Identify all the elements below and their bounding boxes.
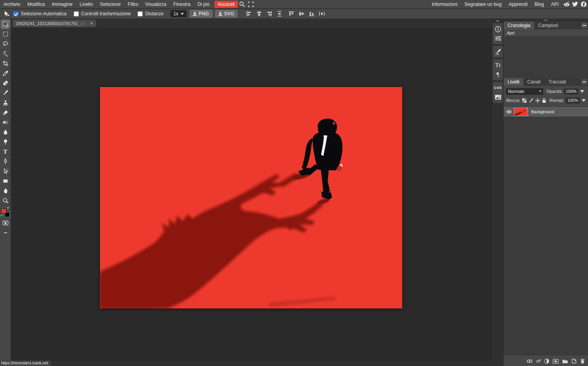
collapse-panel-button[interactable] bbox=[581, 79, 587, 85]
opacity-slider-icon[interactable] bbox=[580, 90, 584, 93]
layer-effects-button[interactable]: eff bbox=[536, 359, 541, 363]
tool-dodge[interactable] bbox=[1, 137, 10, 147]
tool-quick-mask[interactable] bbox=[1, 218, 10, 228]
menu-filtro[interactable]: Filtro bbox=[124, 0, 142, 9]
mini-default-background-swatch[interactable] bbox=[8, 208, 10, 210]
checkbox-distanze[interactable]: Distanze bbox=[138, 11, 163, 16]
reddit-icon[interactable] bbox=[562, 0, 571, 9]
align-top-icon[interactable] bbox=[288, 11, 294, 17]
paragraph-panel-icon[interactable]: ¶ bbox=[493, 70, 503, 79]
collapse-strip-icon[interactable]: ◂▸ bbox=[496, 19, 499, 22]
search-icon[interactable] bbox=[238, 0, 247, 9]
menu-api[interactable]: API bbox=[548, 0, 562, 9]
history-entry[interactable]: Apri bbox=[504, 29, 588, 37]
menu-di-piu[interactable]: Di più bbox=[194, 0, 213, 9]
tab-livelli[interactable]: Livelli bbox=[504, 78, 523, 86]
tool-move[interactable] bbox=[1, 20, 10, 29]
tool-brush[interactable] bbox=[1, 88, 10, 98]
menu-livello[interactable]: Livello bbox=[76, 0, 96, 9]
menu-visualizza[interactable]: Visualizza bbox=[142, 0, 170, 9]
tool-lasso[interactable] bbox=[1, 39, 10, 49]
lock-all-icon[interactable] bbox=[541, 98, 547, 103]
layer-thumbnail[interactable] bbox=[514, 108, 528, 116]
menu-blog[interactable]: Blog bbox=[531, 0, 548, 9]
new-layer-icon[interactable] bbox=[572, 359, 577, 364]
link-layers-icon[interactable] bbox=[526, 359, 533, 363]
tool-eraser[interactable] bbox=[1, 108, 10, 117]
menu-segnalare-bug[interactable]: Segnalare un bug bbox=[461, 0, 505, 9]
close-tab-icon[interactable]: × bbox=[90, 21, 93, 26]
tool-clone-stamp[interactable] bbox=[1, 98, 10, 107]
export-png-button[interactable]: PNG bbox=[190, 10, 212, 18]
tool-healing-brush[interactable] bbox=[1, 78, 10, 88]
align-bottom-icon[interactable] bbox=[309, 11, 315, 17]
tab-tracciati[interactable]: Tracciati bbox=[544, 78, 570, 86]
account-button[interactable]: Account bbox=[214, 1, 238, 8]
layer-visibility-toggle[interactable] bbox=[504, 110, 514, 114]
new-group-icon[interactable] bbox=[562, 359, 568, 364]
checkbox-controlli-trasformazione[interactable]: Controlli trasformazione bbox=[74, 11, 131, 16]
tool-pen[interactable] bbox=[1, 157, 10, 166]
adjustment-layer-icon[interactable] bbox=[544, 359, 549, 364]
distribute-horizontal-icon[interactable] bbox=[319, 11, 325, 17]
canvas-image[interactable] bbox=[100, 87, 402, 308]
facebook-icon[interactable] bbox=[579, 0, 588, 9]
tool-gradient[interactable] bbox=[1, 118, 10, 127]
opacity-value[interactable]: 100% bbox=[564, 89, 578, 94]
tool-blur[interactable] bbox=[1, 127, 10, 137]
blend-mode-select[interactable]: Normale bbox=[506, 88, 543, 95]
fullscreen-icon[interactable] bbox=[247, 0, 255, 9]
tool-type[interactable]: T bbox=[1, 147, 10, 156]
foreground-color-swatch[interactable] bbox=[1, 208, 6, 214]
twitter-icon[interactable] bbox=[571, 0, 579, 9]
document-tab[interactable]: 19025241_10213000310791792_39517152 × bbox=[13, 20, 96, 27]
toolbar-more-button[interactable] bbox=[1, 228, 10, 237]
status-url[interactable]: https://moonsters.ivank.net bbox=[0, 361, 51, 366]
css-panel-icon[interactable]: CSS bbox=[493, 83, 503, 92]
layer-mask-icon[interactable] bbox=[553, 359, 559, 364]
info-icon[interactable] bbox=[493, 24, 503, 34]
swap-colors-icon[interactable]: ⇄ bbox=[1, 214, 3, 217]
tool-crop[interactable] bbox=[1, 59, 10, 68]
menu-archivio[interactable]: Archivio bbox=[0, 0, 24, 9]
zoom-level-select[interactable]: 1x bbox=[171, 10, 187, 17]
lock-transparency-icon[interactable] bbox=[522, 98, 527, 103]
character-panel-icon[interactable]: Tt bbox=[493, 60, 503, 70]
tool-magic-wand[interactable] bbox=[1, 49, 10, 58]
menu-informazioni[interactable]: Informazioni bbox=[428, 0, 461, 9]
fill-value[interactable]: 100% bbox=[566, 98, 580, 103]
tool-rectangle[interactable] bbox=[1, 176, 10, 186]
menu-modifica[interactable]: Modifica bbox=[24, 0, 49, 9]
tab-campioni[interactable]: Campioni bbox=[534, 22, 562, 29]
panel-collapse-handle[interactable]: ▸◂ bbox=[504, 19, 588, 22]
menu-apprendi[interactable]: Apprendi bbox=[505, 0, 531, 9]
delete-layer-icon[interactable] bbox=[580, 359, 585, 364]
export-svg-button[interactable]: SVG bbox=[215, 10, 238, 18]
tool-zoom[interactable] bbox=[1, 196, 10, 205]
tool-marquee[interactable] bbox=[1, 29, 10, 39]
align-right-icon[interactable] bbox=[266, 11, 272, 17]
adjustments-icon[interactable] bbox=[493, 34, 503, 43]
align-center-horizontal-icon[interactable] bbox=[256, 11, 262, 17]
menu-immagine[interactable]: Immagine bbox=[48, 0, 76, 9]
tool-hand[interactable] bbox=[1, 186, 10, 196]
color-swatches[interactable]: ⇄ bbox=[1, 207, 10, 217]
move-icon bbox=[2, 21, 9, 27]
distribute-vertical-icon[interactable] bbox=[276, 11, 283, 17]
tab-canali[interactable]: Canali bbox=[523, 78, 544, 86]
align-left-icon[interactable] bbox=[246, 11, 252, 17]
tab-cronologia[interactable]: Cronologia bbox=[504, 22, 534, 29]
menu-finestra[interactable]: Finestra bbox=[170, 0, 194, 9]
image-panel-icon[interactable] bbox=[493, 92, 503, 102]
collapse-panel-button[interactable] bbox=[581, 23, 587, 28]
checkbox-selezione-automatica[interactable]: Selezione-Automatica bbox=[13, 11, 67, 16]
align-middle-icon[interactable] bbox=[298, 11, 305, 17]
fill-slider-icon[interactable] bbox=[582, 99, 586, 102]
menu-selezione[interactable]: Selezione bbox=[96, 0, 124, 9]
lock-position-icon[interactable] bbox=[535, 98, 540, 103]
brush-settings-icon[interactable] bbox=[493, 47, 503, 56]
layer-row-background[interactable]: Background bbox=[504, 107, 588, 117]
tool-eyedropper[interactable] bbox=[1, 69, 10, 78]
tool-path-select[interactable] bbox=[1, 167, 10, 176]
lock-pixels-icon[interactable] bbox=[528, 98, 534, 103]
